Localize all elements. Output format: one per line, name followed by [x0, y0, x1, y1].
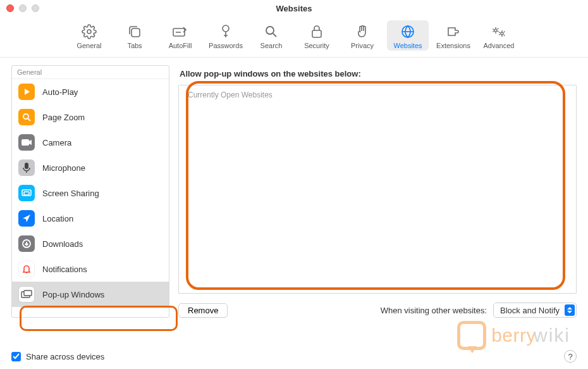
search-icon: [262, 23, 280, 41]
tab-autofill[interactable]: AutoFill: [159, 20, 201, 51]
tab-label: AutoFill: [169, 42, 192, 49]
svg-rect-13: [24, 192, 29, 195]
sidebar-item-label: Screen Sharing: [42, 189, 99, 198]
tab-websites[interactable]: Websites: [387, 20, 429, 51]
sidebar-item-camera[interactable]: Camera: [12, 130, 169, 155]
main-panel: Allow pop-up windows on the websites bel…: [178, 65, 577, 318]
other-websites-select[interactable]: Block and Notify: [493, 303, 577, 318]
help-button[interactable]: ?: [564, 350, 577, 363]
download-icon: [18, 235, 35, 252]
gears-icon: [490, 23, 508, 41]
remove-button[interactable]: Remove: [178, 303, 228, 318]
tab-label: Extensions: [436, 42, 470, 49]
lock-icon: [308, 23, 326, 41]
preferences-toolbar: General Tabs AutoFill Passwords Search S…: [0, 16, 588, 58]
chevron-up-down-icon: [565, 304, 575, 316]
globe-icon: [399, 23, 417, 41]
websites-list[interactable]: Currently Open Websites: [178, 85, 577, 294]
tab-label: Advanced: [484, 42, 515, 49]
zoom-icon: [18, 109, 35, 125]
watermark-text-b: wiki: [534, 325, 570, 346]
tab-search[interactable]: Search: [250, 20, 292, 51]
sidebar-item-label: Notifications: [42, 265, 87, 274]
sidebar-item-label: Downloads: [42, 239, 83, 249]
tabs-icon: [126, 23, 144, 41]
tab-label: Search: [260, 42, 283, 49]
sidebar-item-location[interactable]: Location: [12, 206, 169, 231]
tab-tabs[interactable]: Tabs: [114, 20, 156, 51]
sidebar-item-microphone[interactable]: Microphone: [12, 155, 169, 180]
sidebar-item-notifications[interactable]: Notifications: [12, 256, 169, 282]
svg-point-4: [266, 27, 274, 34]
tab-passwords[interactable]: Passwords: [205, 20, 247, 51]
tab-advanced[interactable]: Advanced: [478, 20, 520, 51]
screen-share-icon: [18, 185, 35, 201]
location-icon: [18, 210, 35, 227]
svg-rect-5: [312, 30, 321, 37]
sidebar-item-label: Auto-Play: [42, 87, 78, 97]
svg-rect-1: [132, 28, 140, 37]
sidebar-item-downloads[interactable]: Downloads: [12, 231, 169, 256]
play-icon: [18, 84, 35, 100]
bottom-bar: Share across devices ?: [11, 350, 577, 363]
svg-rect-11: [25, 163, 28, 169]
svg-point-0: [87, 30, 91, 34]
svg-point-3: [223, 25, 229, 32]
svg-point-9: [23, 114, 28, 119]
tab-label: Security: [304, 42, 329, 49]
content-area: General Auto-Play Page Zoom Camera Micro…: [0, 58, 588, 324]
watermark-text-a: berry: [491, 325, 536, 346]
tab-extensions[interactable]: Extensions: [432, 20, 474, 51]
sidebar-item-label: Camera: [42, 138, 71, 147]
watermark-icon: [457, 321, 486, 350]
sidebar-item-label: Page Zoom: [42, 113, 85, 122]
tab-label: Websites: [393, 42, 422, 49]
puzzle-icon: [444, 23, 462, 41]
share-across-devices-checkbox[interactable]: Share across devices: [11, 352, 104, 361]
key-icon: [217, 23, 235, 41]
websites-sidebar: General Auto-Play Page Zoom Camera Micro…: [11, 65, 169, 318]
sidebar-item-pagezoom[interactable]: Page Zoom: [12, 104, 169, 130]
list-section-header: Currently Open Websites: [179, 85, 576, 104]
checkmark-icon: [11, 352, 21, 361]
tab-label: Passwords: [209, 42, 243, 49]
select-value: Block and Notify: [500, 306, 560, 315]
tab-privacy[interactable]: Privacy: [341, 20, 383, 51]
svg-rect-10: [21, 139, 29, 146]
sidebar-item-popup[interactable]: Pop-up Windows: [12, 282, 169, 307]
tab-label: Tabs: [127, 42, 142, 49]
gear-icon: [80, 23, 98, 41]
sidebar-item-label: Microphone: [42, 163, 85, 173]
svg-rect-16: [24, 291, 32, 296]
sidebar-item-screenshare[interactable]: Screen Sharing: [12, 180, 169, 206]
main-footer-row: Remove When visiting other websites: Blo…: [178, 303, 577, 318]
tab-label: General: [77, 42, 101, 49]
svg-point-8: [501, 32, 503, 35]
hand-icon: [353, 23, 371, 41]
camera-icon: [18, 134, 35, 151]
other-websites-label: When visiting other websites:: [381, 306, 487, 315]
pencil-box-icon: [171, 23, 189, 41]
tab-label: Privacy: [351, 42, 374, 49]
watermark: berrywiki: [457, 321, 570, 350]
sidebar-item-autoplay[interactable]: Auto-Play: [12, 79, 169, 104]
bell-icon: [18, 261, 35, 277]
tab-general[interactable]: General: [68, 20, 110, 51]
sidebar-item-label: Location: [42, 214, 73, 223]
sidebar-item-label: Pop-up Windows: [42, 290, 104, 299]
sidebar-section-header: General: [12, 66, 169, 79]
window-title: Websites: [0, 4, 588, 13]
other-websites-setting: When visiting other websites: Block and …: [381, 303, 577, 318]
svg-point-7: [494, 29, 497, 32]
share-label: Share across devices: [26, 352, 104, 361]
tab-security[interactable]: Security: [296, 20, 338, 51]
popup-windows-icon: [18, 286, 35, 303]
microphone-icon: [18, 159, 35, 176]
main-heading: Allow pop-up windows on the websites bel…: [180, 69, 577, 78]
titlebar: Websites: [0, 0, 588, 16]
